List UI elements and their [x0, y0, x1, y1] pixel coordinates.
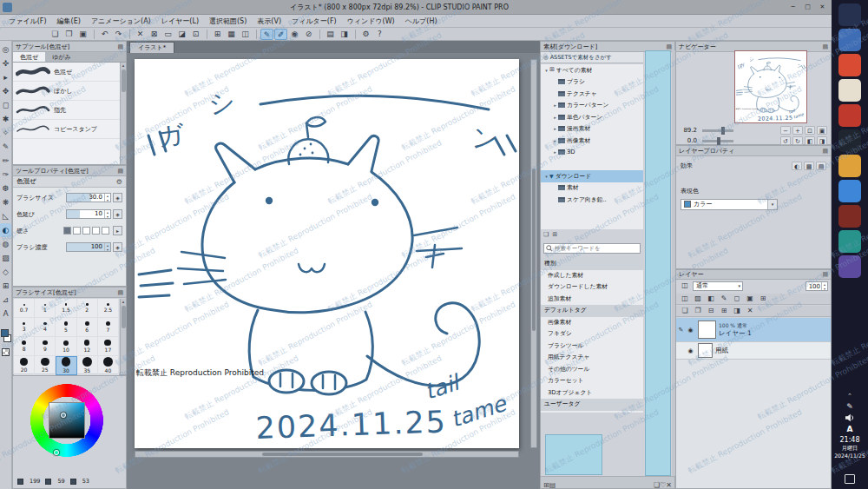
layer-thumbnail[interactable]	[698, 320, 716, 339]
light-table-icon[interactable]: ◉	[288, 29, 301, 40]
menu-item-3[interactable]: レイヤー(L)	[156, 15, 204, 28]
transfer-icon[interactable]: ◨	[731, 306, 743, 316]
delete-material-icon[interactable]: ✕	[666, 481, 672, 489]
delete-outside-selection-icon[interactable]: ⊠	[148, 29, 161, 40]
material-tree-item[interactable]: ▸3D	[541, 147, 643, 159]
selection-tool[interactable]: ◻	[0, 98, 11, 112]
material-thumbnail[interactable]	[545, 434, 602, 475]
snap-to-grid-icon[interactable]: ▦	[225, 29, 238, 40]
navigator-thumbnail[interactable]	[734, 50, 807, 123]
expander-icon[interactable]: ▸	[552, 149, 558, 155]
brush-size-cell[interactable]: 17	[98, 337, 119, 356]
show-hidden-icons-chevron[interactable]: ⌃	[847, 393, 852, 400]
canvas-horizontal-scrollbar[interactable]	[135, 451, 519, 458]
brush-size-cell[interactable]: 40	[98, 356, 119, 375]
panel-menu-icon[interactable]: ▤	[666, 43, 672, 50]
snap-to-ruler-icon[interactable]: ◫	[239, 29, 252, 40]
brush-density-slider[interactable]: 100 ▴▾	[66, 242, 111, 252]
layer-color-icon[interactable]: ▤	[816, 162, 826, 170]
taskbar-app-icon-9[interactable]	[838, 230, 861, 253]
brush-size-cell[interactable]: 2	[77, 299, 98, 318]
materials-list-area[interactable]	[645, 50, 671, 476]
tone-icon[interactable]: ▩	[804, 162, 814, 170]
material-tree-item[interactable]: ▸単色パターン	[541, 111, 643, 123]
combine-icon[interactable]: ⊞	[718, 306, 730, 316]
layer-move-tool[interactable]: ✥	[0, 84, 11, 98]
clock[interactable]: 21:48 月曜日 2024/11/25	[834, 436, 865, 459]
panel-menu-icon[interactable]: ▤	[117, 289, 123, 296]
gradient-tool[interactable]: ▨	[0, 251, 11, 265]
open-file-icon[interactable]: ❐	[62, 29, 76, 40]
grid-icon[interactable]: ⊞	[211, 29, 224, 40]
document-tab[interactable]: イラスト*	[129, 42, 174, 53]
tab-color-blend[interactable]: 色混ぜ	[13, 52, 45, 62]
help-icon[interactable]: ?	[373, 29, 386, 40]
brush-size-cell[interactable]: 6	[77, 318, 98, 337]
menu-item-6[interactable]: フィルター(F)	[286, 15, 342, 28]
new-folder-icon[interactable]: ❐	[692, 306, 704, 316]
expander-icon[interactable]: ▸	[552, 138, 558, 143]
actual-size-icon[interactable]: ▣	[817, 126, 827, 135]
list-view-icon[interactable]: ▤	[549, 481, 556, 489]
ruler-icon[interactable]: ⊞	[757, 294, 769, 304]
fit-to-screen-icon[interactable]: ⊡	[805, 126, 815, 135]
subtool-item[interactable]: ぼかし	[13, 82, 120, 101]
spinner-icon[interactable]: ▴▾	[821, 282, 827, 290]
layer-row-paper[interactable]: ◉ 用紙	[676, 342, 831, 360]
panel-menu-icon[interactable]: ▤	[822, 43, 828, 50]
text-tool[interactable]: A	[0, 307, 11, 320]
panel-menu-icon[interactable]: ▤	[822, 148, 828, 155]
taskbar-app-icon-5[interactable]	[838, 129, 861, 152]
settings-icon[interactable]: ⚙	[359, 29, 372, 40]
eyedropper-tool[interactable]: ✧	[0, 126, 11, 140]
deselect-icon[interactable]: ▭	[161, 29, 174, 40]
expression-color-dropdown[interactable]: カラー ▾	[681, 199, 778, 210]
material-filter-item[interactable]: ブラシツール	[541, 340, 643, 353]
material-filter-item[interactable]: 用紙テクスチャ	[541, 352, 643, 364]
blend-mode-dropdown[interactable]: 通常 ▾	[693, 281, 743, 291]
clear-icon[interactable]: ⊘	[302, 29, 315, 40]
delete-layer-icon[interactable]: ✕	[744, 306, 756, 316]
taskbar-app-icon-1[interactable]	[838, 29, 861, 51]
new-file-icon[interactable]: ❏	[49, 29, 62, 40]
material-tree-item[interactable]: ▾▼ダウンロード	[541, 170, 643, 182]
assets-search-button[interactable]: ◎ ASSETSで素材をさがす	[541, 52, 643, 63]
rotate-right-icon[interactable]: ↻	[792, 136, 803, 145]
brush-size-cell[interactable]: 0.7	[14, 299, 35, 318]
brush-size-cell[interactable]: 12	[77, 337, 98, 356]
menu-item-4[interactable]: 選択範囲(S)	[204, 15, 252, 28]
layer-name[interactable]: 用紙	[715, 347, 728, 354]
subtool-item[interactable]: 指先	[13, 101, 120, 120]
hue-cursor[interactable]	[54, 450, 59, 455]
eraser-tool[interactable]: ◺	[0, 209, 11, 223]
menu-item-8[interactable]: ヘルプ(H)	[400, 15, 443, 28]
expand-all-icon[interactable]: ⊞	[552, 231, 557, 238]
brush-size-cell[interactable]: 10	[56, 337, 76, 356]
save-icon[interactable]: ▣	[76, 29, 89, 40]
minimize-button[interactable]: ─	[786, 2, 799, 12]
frame-tool[interactable]: ⊞	[0, 279, 11, 293]
material-tree-item[interactable]: ブラシ	[541, 76, 643, 89]
brush-size-cell[interactable]: 4	[35, 318, 56, 337]
brush-size-cell[interactable]: 9	[35, 337, 56, 356]
ruler-tool[interactable]: ⊿	[0, 293, 11, 307]
ime-indicator[interactable]: A	[847, 425, 853, 433]
hardness-options-icon[interactable]: ▸	[113, 226, 122, 235]
reference-layer-icon[interactable]: ▣	[744, 294, 756, 304]
hardness-selector[interactable]	[63, 227, 109, 235]
delete-icon[interactable]: ✕	[134, 29, 147, 40]
hue-chip-icon[interactable]	[17, 479, 23, 485]
lock-transparent-icon[interactable]: ◧	[705, 294, 717, 304]
material-tree-item[interactable]: スケア向き鉛..	[541, 194, 643, 206]
selection-border-icon[interactable]: ⊡	[189, 29, 202, 40]
pencil-tool[interactable]: ✏	[0, 154, 11, 168]
brush-size-cell[interactable]: 2.5	[98, 299, 119, 318]
flip-vertical-icon[interactable]: ◨	[817, 136, 827, 145]
speaker-icon[interactable]	[845, 413, 855, 422]
material-filter-item[interactable]: 3Dオブジェクト	[541, 387, 643, 400]
pen-pressure-icon[interactable]: ✐	[274, 29, 287, 40]
material-tree-item[interactable]: ▾⊞すべての素材	[541, 64, 643, 76]
expander-icon[interactable]: ▸	[552, 126, 558, 131]
invert-selection-icon[interactable]: ◪	[175, 29, 188, 40]
subtool-item[interactable]: 色混ぜ	[13, 63, 120, 82]
